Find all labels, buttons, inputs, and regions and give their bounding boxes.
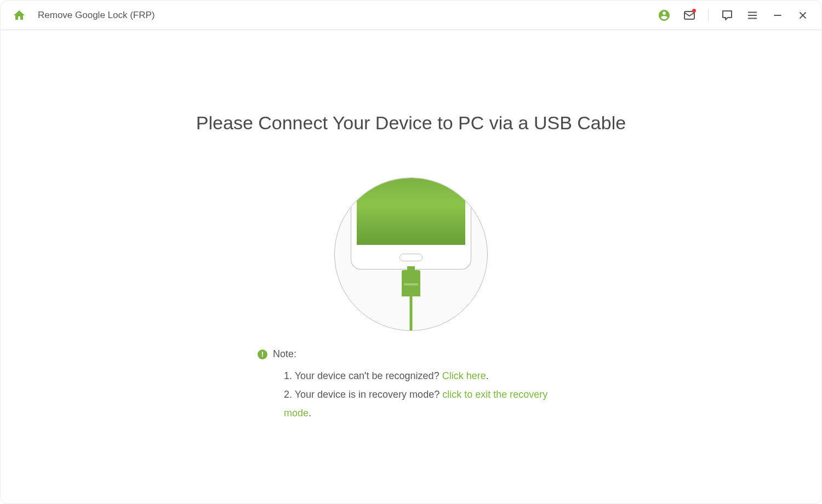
close-button[interactable] <box>796 9 809 22</box>
home-button[interactable] <box>13 9 26 22</box>
note-list: 1. Your device can't be recognized? Clic… <box>258 366 564 423</box>
note-header: ! Note: <box>258 348 564 360</box>
home-icon <box>13 8 26 22</box>
minimize-icon <box>772 10 783 21</box>
main-content: Please Connect Your Device to PC via a U… <box>1 30 821 423</box>
account-icon <box>658 8 671 22</box>
chat-icon <box>721 9 734 22</box>
close-icon <box>797 10 808 21</box>
note-item-1-suffix: . <box>486 370 489 381</box>
note-item-2-text: Your device is in recovery mode? <box>295 389 442 400</box>
page-title: Remove Google Lock (FRP) <box>38 10 155 21</box>
mail-button[interactable] <box>683 9 696 22</box>
note-label: Note: <box>273 348 296 360</box>
note-section: ! Note: 1. Your device can't be recogniz… <box>258 348 564 423</box>
phone-screen-icon <box>357 178 465 245</box>
titlebar-right <box>658 9 809 22</box>
usb-cable-icon <box>410 296 413 331</box>
click-here-link[interactable]: Click here <box>442 370 486 381</box>
note-item-2-prefix: 2. <box>284 389 295 400</box>
menu-button[interactable] <box>746 9 759 22</box>
phone-body-icon <box>351 178 471 270</box>
menu-icon <box>746 9 758 21</box>
usb-connector-icon <box>402 270 420 296</box>
main-heading: Please Connect Your Device to PC via a U… <box>196 112 626 134</box>
minimize-button[interactable] <box>771 9 784 22</box>
titlebar-divider <box>708 9 709 22</box>
note-item-2: 2. Your device is in recovery mode? clic… <box>284 385 564 422</box>
info-icon: ! <box>258 350 267 359</box>
account-button[interactable] <box>658 9 671 22</box>
titlebar: Remove Google Lock (FRP) <box>1 1 821 30</box>
note-item-2-suffix: . <box>309 408 311 419</box>
phone-home-button-icon <box>399 254 423 261</box>
notification-dot-icon <box>692 9 696 13</box>
titlebar-left: Remove Google Lock (FRP) <box>13 9 658 22</box>
note-item-1: 1. Your device can't be recognized? Clic… <box>284 366 564 385</box>
feedback-button[interactable] <box>721 9 734 22</box>
note-item-1-prefix: 1. <box>284 370 295 381</box>
note-item-1-text: Your device can't be recognized? <box>295 370 442 381</box>
device-illustration <box>334 177 488 331</box>
